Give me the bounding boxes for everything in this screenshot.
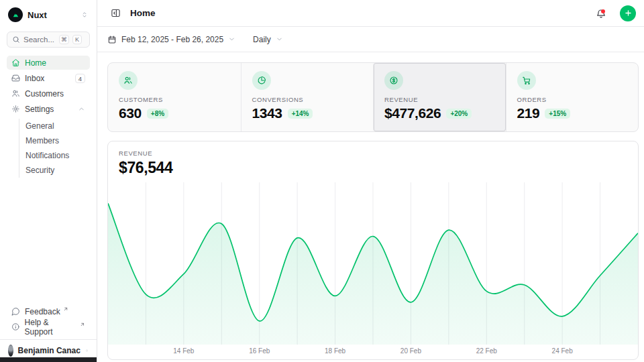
sidebar: Nuxt ⌘ K Home Inbox 4 Customers Settings… [0,0,97,362]
revenue-area-chart[interactable] [108,182,638,345]
sidebar-nav: Home Inbox 4 Customers Settings General … [7,56,90,178]
chart-total-value: $76,544 [119,159,627,177]
stat-value: $477,626 [384,105,441,121]
sidebar-footer-links: Feedback Help & Support [7,304,90,339]
chevron-down-icon [228,36,235,43]
help-support-link[interactable]: Help & Support [7,320,90,334]
users-icon [11,89,20,98]
chevron-up-down-icon [85,347,89,355]
page-header: Home [97,0,644,27]
period-value: Daily [253,35,271,44]
workspace-switcher[interactable]: Nuxt [7,7,90,23]
pie-chart-icon [252,71,271,90]
inbox-count-badge: 4 [75,74,85,83]
stat-value: 219 [517,105,540,121]
page-title: Home [130,8,589,18]
kbd-cmd: ⌘ [59,35,69,44]
stat-label: ORDERS [517,96,628,103]
x-tick-label: 16 Feb [249,347,270,355]
help-support-label: Help & Support [25,318,78,337]
cart-icon [517,71,536,90]
info-circle-icon [11,322,20,331]
sidebar-spacer [7,178,90,304]
sidebar-item-settings[interactable]: Settings [7,102,90,116]
chart-canvas [108,182,638,345]
stat-label: REVENUE [384,96,495,103]
stat-delta-badge: +15% [545,109,570,119]
stat-delta-badge: +20% [446,109,472,119]
chart-header: REVENUE $76,544 [108,141,638,182]
x-tick-label: 18 Feb [325,347,345,355]
panel-left-icon [111,8,121,18]
stat-value: 630 [119,105,142,121]
sidebar-item-security[interactable]: Security [19,163,90,178]
sidebar-item-notifications[interactable]: Notifications [19,148,90,163]
feedback-label: Feedback [25,307,60,316]
x-tick-label: 22 Feb [476,347,497,355]
kbd-k: K [72,35,82,44]
collapse-sidebar-button[interactable] [107,5,123,21]
x-tick-label: 20 Feb [400,347,421,355]
users-icon [119,71,138,90]
house-icon [11,58,20,67]
sidebar-item-label: Settings [25,105,73,114]
sidebar-item-label: Inbox [25,74,70,83]
notification-dot [601,9,605,13]
sidebar-item-inbox[interactable]: Inbox 4 [7,71,90,85]
avatar [8,345,13,357]
period-select[interactable]: Daily [253,35,283,44]
chart-x-axis: 14 Feb16 Feb18 Feb20 Feb22 Feb24 Feb [108,345,638,359]
feedback-link[interactable]: Feedback [7,304,90,318]
date-range-value: Feb 12, 2025 - Feb 26, 2025 [121,35,223,44]
stat-card-conversions[interactable]: CONVERSIONS 1343 +14% [241,63,374,131]
chevron-down-icon [276,36,283,43]
date-range-picker[interactable]: Feb 12, 2025 - Feb 26, 2025 [107,35,235,44]
stat-card-orders[interactable]: ORDERS 219 +15% [506,63,639,131]
chevron-up-icon [78,105,85,113]
gear-icon [11,105,20,113]
filters-toolbar: Feb 12, 2025 - Feb 26, 2025 Daily [97,27,644,52]
sidebar-item-label: Customers [25,89,85,99]
stat-card-revenue[interactable]: REVENUE $477,626 +20% [373,63,506,131]
main-area: Home Feb 12, 2025 - Feb 26, 2025 Daily [97,0,644,362]
plus-icon [624,9,633,17]
external-link-icon [63,306,68,312]
x-tick-label: 24 Feb [552,347,573,355]
sidebar-item-customers[interactable]: Customers [7,86,90,101]
chevron-up-down-icon [80,11,89,19]
workspace-name: Nuxt [28,10,76,20]
stat-label: CUSTOMERS [119,96,230,103]
stat-delta-badge: +14% [288,109,313,119]
notifications-button[interactable] [596,8,606,19]
revenue-chart-card: REVENUE $76,544 14 Feb16 Feb18 Feb20 Feb… [107,141,639,360]
stat-delta-badge: +8% [147,109,168,119]
stat-label: CONVERSIONS [252,96,363,103]
settings-subnav: General Members Notifications Security [19,119,90,178]
sidebar-item-general[interactable]: General [19,119,90,133]
sidebar-item-members[interactable]: Members [19,133,90,148]
stats-row: CUSTOMERS 630 +8% CONVERSIONS 1343 +14% [107,62,639,132]
search-input[interactable] [23,36,56,44]
inbox-icon [11,74,20,82]
chart-label: REVENUE [119,149,627,157]
viewport-cutoff-element [0,357,97,362]
page-content: CUSTOMERS 630 +8% CONVERSIONS 1343 +14% [97,52,644,362]
search-input-wrap[interactable]: ⌘ K [7,32,90,48]
dollar-circle-icon [384,71,403,90]
add-button[interactable] [620,5,636,21]
nuxt-logo-icon [8,7,23,22]
stat-value: 1343 [252,105,282,121]
message-circle-icon [11,307,20,316]
x-tick-label: 14 Feb [173,347,194,355]
user-name: Benjamin Canac [18,346,80,355]
search-icon [12,36,20,44]
sidebar-item-home[interactable]: Home [7,56,90,70]
calendar-icon [107,35,117,44]
external-link-icon [80,322,85,327]
sidebar-item-label: Home [25,58,85,68]
stat-card-customers[interactable]: CUSTOMERS 630 +8% [108,63,241,131]
